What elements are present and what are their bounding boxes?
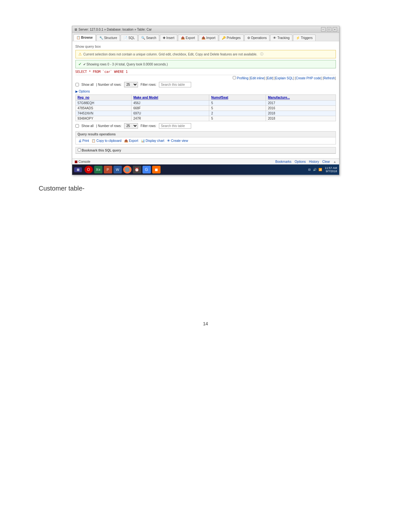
bookmarks-link[interactable]: Bookmarks (275, 160, 291, 163)
content-area: Show query box ⚠ Current selection does … (72, 41, 339, 158)
nav-tabs: 📋 Browse 🔧 Structure 📄 SQL 🔍 Search ✚ In… (72, 33, 339, 41)
options-console-link[interactable]: Options (295, 160, 306, 163)
export-action-icon: 📤 (124, 139, 128, 143)
num-rows-select[interactable]: 25 50 100 (124, 82, 138, 87)
sql-query-display: SELECT * FROM `car` WHERE 1 (75, 70, 336, 74)
copy-clipboard-link[interactable]: 📋 Copy to clipboard (92, 139, 122, 143)
col-numofseats[interactable]: NumofSeat (209, 95, 266, 101)
bookmark-checkbox[interactable] (78, 148, 81, 152)
tracking-icon: 👁 (273, 36, 276, 40)
cell-model-1: 456J (131, 101, 209, 106)
num-rows-select-bottom[interactable]: 25 50 100 (124, 123, 138, 129)
query-results-title: Query results operations (76, 132, 336, 137)
console-label: Console (79, 160, 91, 163)
col-manufacture[interactable]: Manufacture... (266, 95, 336, 101)
page-wrapper: 🖥 Server: 127.0.0.1 » Database: location… (0, 0, 411, 532)
table-header: Reg_no Make and Model NumofSeat Manufact… (75, 95, 336, 101)
profiling-line: Profiling [Edit inline] [Edit] [Explain … (75, 75, 336, 80)
print-label: Print (83, 139, 89, 143)
create-view-link[interactable]: 👁 Create view (167, 139, 188, 143)
tab-browse[interactable]: 📋 Browse (73, 34, 96, 41)
taskbar-app-excel[interactable]: X≡ (94, 166, 103, 173)
display-chart-link[interactable]: 📊 Display chart (141, 139, 164, 143)
num-rows-label-bottom: | Number of rows: (96, 124, 122, 128)
taskbar-app-powerpoint[interactable]: P (104, 166, 112, 173)
tab-export[interactable]: 📤 Export (178, 34, 198, 41)
taskbar-app-word[interactable]: W (113, 166, 122, 173)
tab-insert-label: Insert (166, 36, 174, 40)
filter-rows-input[interactable] (159, 82, 191, 87)
maximize-button[interactable]: □ (327, 27, 331, 32)
bookmark-title: Bookmark this SQL query (76, 147, 336, 153)
col-make-model[interactable]: Make and Model (131, 95, 209, 101)
show-query-box-label: Show query box (75, 44, 101, 48)
history-link[interactable]: History (309, 160, 319, 163)
tab-sql-label: SQL (128, 36, 135, 40)
tab-operations[interactable]: ⚙ Operations (244, 34, 270, 41)
export-link[interactable]: 📤 Export (124, 139, 138, 143)
warning-icon: ⚠ (78, 52, 82, 56)
taskbar-app-orange[interactable]: ◼ (152, 166, 161, 173)
cell-year-2: 2016 (266, 106, 336, 111)
warning-text: Current selection does not contain a uni… (83, 53, 258, 56)
taskbar-apps: ⊞ O X≡ P W 🌐 ⏰ G ◼ (74, 166, 161, 173)
show-all-checkbox[interactable] (75, 83, 79, 86)
tab-tracking[interactable]: 👁 Tracking (270, 34, 292, 41)
cell-seats-3: 2 (209, 111, 266, 116)
filter-rows-label: Filter rows: (141, 83, 156, 86)
table-row: 74451NVN 697U 2 2018 (75, 111, 336, 116)
cell-year-4: 2018 (266, 116, 336, 121)
privileges-icon: 🔑 (222, 36, 226, 40)
explain-sql-link[interactable]: Explain SQL (275, 76, 293, 80)
browser-icon: 🖥 (74, 28, 77, 31)
cell-reg-1: 57G88EQH (75, 101, 131, 106)
search-tab-icon: 🔍 (141, 36, 145, 40)
cell-reg-2: 47854ADS (75, 106, 131, 111)
show-all-checkbox-bottom[interactable] (75, 124, 79, 128)
show-all-label-bottom: Show all (82, 124, 94, 128)
success-box: ✔ ✔ Showing rows 0 - 3 (4 total, Query t… (75, 60, 336, 68)
create-php-link[interactable]: Create PHP code (296, 76, 321, 80)
cell-reg-4: 93484OPY (75, 116, 131, 121)
close-button[interactable]: × (333, 27, 337, 32)
export-label: Export (129, 139, 138, 143)
cell-model-2: 668F (131, 106, 209, 111)
warning-box: ⚠ Current selection does not contain a u… (75, 50, 336, 58)
clear-link[interactable]: Clear (322, 160, 330, 163)
filter-rows-input-bottom[interactable] (159, 123, 191, 129)
tab-insert[interactable]: ✚ Insert (160, 34, 177, 41)
show-query-box[interactable]: Show query box (75, 44, 336, 48)
tab-privileges[interactable]: 🔑 Privileges (219, 34, 243, 41)
edit-link[interactable]: Edit (267, 76, 272, 80)
copy-label: Copy to clipboard (96, 139, 122, 143)
col-reg-no[interactable]: Reg_no (75, 95, 131, 101)
profiling-checkbox[interactable] (233, 76, 236, 79)
success-text: ✔ Showing rows 0 - 3 (4 total, Query too… (83, 63, 168, 66)
tab-sql[interactable]: 📄 SQL (121, 34, 138, 41)
bookmark-section: Bookmark this SQL query (75, 147, 336, 154)
tab-search[interactable]: 🔍 Search (138, 34, 159, 41)
tab-triggers[interactable]: ⚡ Triggers (293, 34, 315, 41)
tab-export-label: Export (186, 36, 195, 40)
print-link[interactable]: 🖨 Print (78, 139, 89, 143)
taskbar-app-firefox[interactable]: 🌐 (123, 166, 132, 173)
taskbar-app-opera[interactable]: O (84, 166, 93, 173)
cell-model-3: 697U (131, 111, 209, 116)
tab-import[interactable]: 📥 Import (199, 34, 218, 41)
taskbar-app-app1[interactable]: ⏰ (133, 166, 141, 173)
tab-structure[interactable]: 🔧 Structure (96, 34, 120, 41)
taskbar: ⊞ O X≡ P W 🌐 ⏰ G ◼ ⊟ 🔊 📶 11:57 AM 9/7/20… (72, 164, 339, 175)
profiling-link[interactable]: Profiling (237, 76, 249, 80)
success-icon: ✔ (78, 62, 82, 66)
start-button[interactable]: ⊞ (74, 167, 82, 172)
taskbar-app-search[interactable]: G (142, 166, 151, 173)
time-display: 11:57 AM (325, 166, 337, 170)
console-right: Bookmarks Options History Clear ▲ (275, 160, 336, 163)
minimize-button[interactable]: − (321, 27, 326, 32)
edit-inline-link[interactable]: Edit inline (250, 76, 264, 80)
query-results-section: Query results operations 🖨 Print 📋 Copy … (75, 131, 336, 144)
browser-window: 🖥 Server: 127.0.0.1 » Database: location… (72, 26, 339, 175)
refresh-link[interactable]: Refresh (324, 76, 335, 80)
options-link[interactable]: ▶ Options (75, 90, 90, 93)
browser-title: Server: 127.0.0.1 » Database: location »… (79, 28, 152, 31)
